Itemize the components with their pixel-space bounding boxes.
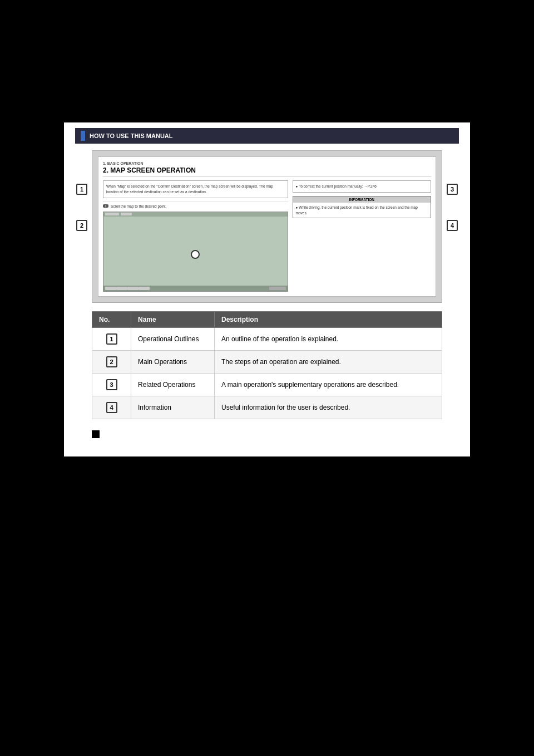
row2-desc: The steps of an operation are explained. <box>215 351 442 374</box>
label-2: 2 <box>76 220 87 231</box>
row4-no: 4 <box>92 396 131 419</box>
info-table: No. Name Description 1 Operational Outli… <box>92 311 442 419</box>
table-row: 3 Related Operations A main operation's … <box>92 374 442 396</box>
label-3: 3 <box>447 184 458 195</box>
bottom-full-black <box>0 735 534 756</box>
mock-map-toolbar <box>103 212 288 217</box>
mock-step-text: Scroll the map to the desired point. <box>111 204 166 208</box>
table-header: No. Name Description <box>92 312 442 328</box>
section-marker <box>92 430 100 438</box>
row4-desc: Useful information for the user is descr… <box>215 396 442 419</box>
mock-position-marker <box>191 250 200 259</box>
mock-body: When "Map" is selected on the "Confirm D… <box>103 180 431 292</box>
mock-step-num: 1 <box>103 204 108 208</box>
row3-name: Related Operations <box>131 374 215 396</box>
mock-info-text: ● While driving, the current position ma… <box>293 203 431 218</box>
section-header: HOW TO USE THIS MANUAL <box>75 128 459 144</box>
col-header-desc: Description <box>215 312 442 328</box>
row1-no: 1 <box>92 328 131 351</box>
badge-4: 4 <box>106 402 117 413</box>
label-1: 1 <box>76 184 87 195</box>
mock-page: 1. BASIC OPERATION 2. MAP SCREEN OPERATI… <box>92 150 442 303</box>
table-header-row: No. Name Description <box>92 312 442 328</box>
mock-related-box: ● To correct the current position manual… <box>293 180 431 193</box>
section-bar <box>81 131 85 141</box>
row1-name: Operational Outlines <box>131 328 215 351</box>
label-4: 4 <box>447 220 458 231</box>
table-row: 1 Operational Outlines An outline of the… <box>92 328 442 351</box>
mock-title: 2. MAP SCREEN OPERATION <box>103 166 431 177</box>
row1-desc: An outline of the operation is explained… <box>215 328 442 351</box>
table-row: 2 Main Operations The steps of an operat… <box>92 351 442 374</box>
bottom-black-area: carmanualsonline.info <box>64 456 470 735</box>
diagram-area: 1 2 3 4 1. BASIC OPERATION 2. MAP SCREEN… <box>92 150 442 303</box>
col-header-name: Name <box>131 312 215 328</box>
row3-no: 3 <box>92 374 131 396</box>
row2-no: 2 <box>92 351 131 374</box>
mock-info-label: INFORMATION <box>293 197 431 203</box>
mock-step: 1 Scroll the map to the desired point. <box>103 202 288 208</box>
col-header-no: No. <box>92 312 131 328</box>
mock-map-bottom-toolbar <box>103 286 288 291</box>
mock-text-box-1: When "Map" is selected on the "Confirm D… <box>103 180 288 198</box>
mock-page-inner: 1. BASIC OPERATION 2. MAP SCREEN OPERATI… <box>98 156 436 297</box>
mock-left-col: When "Map" is selected on the "Confirm D… <box>103 180 288 292</box>
row3-desc: A main operation's supplementary operati… <box>215 374 442 396</box>
section-header-text: HOW TO USE THIS MANUAL <box>90 132 173 139</box>
main-content: HOW TO USE THIS MANUAL 1 2 3 4 1. BASIC … <box>64 122 470 456</box>
table-row: 4 Information Useful information for the… <box>92 396 442 419</box>
top-black-area <box>0 0 534 122</box>
badge-3: 3 <box>106 379 117 390</box>
table-body: 1 Operational Outlines An outline of the… <box>92 328 442 419</box>
badge-1: 1 <box>106 333 117 345</box>
mock-info-box: INFORMATION ● While driving, the current… <box>293 196 431 219</box>
row4-name: Information <box>131 396 215 419</box>
mock-map <box>103 212 288 292</box>
mock-section-label: 1. BASIC OPERATION <box>103 161 431 165</box>
page-wrapper: HOW TO USE THIS MANUAL 1 2 3 4 1. BASIC … <box>0 0 534 756</box>
badge-2: 2 <box>106 356 117 367</box>
row2-name: Main Operations <box>131 351 215 374</box>
mock-right-col: ● To correct the current position manual… <box>293 180 431 292</box>
